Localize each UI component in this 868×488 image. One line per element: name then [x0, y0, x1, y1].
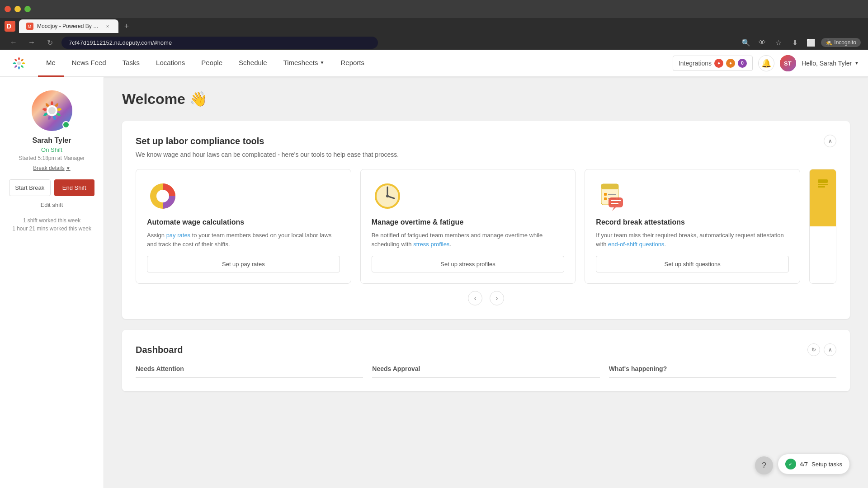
tab-favicon: M — [26, 23, 33, 30]
nav-item-locations[interactable]: Locations — [148, 50, 193, 77]
pay-rates-link[interactable]: pay rates — [166, 232, 190, 239]
address-input[interactable] — [61, 37, 378, 49]
tab-close-btn[interactable]: × — [104, 23, 111, 30]
tool-card-partial — [809, 169, 836, 284]
svg-rect-22 — [604, 197, 607, 200]
svg-rect-28 — [818, 184, 828, 185]
star-icon[interactable]: ☆ — [772, 36, 785, 49]
sidebar: Sarah Tyler On Shift Started 5:18pm at M… — [0, 77, 104, 488]
tab-bar: D M Moodjoy - Powered By Deputy × + — [0, 18, 868, 34]
tool-title-overtime: Manage overtime & fatigue — [372, 218, 565, 226]
dashboard-col-attention: Needs Attention — [136, 365, 363, 378]
tool-card-breaks: Record break attestations If your team m… — [585, 169, 800, 284]
svg-text:ST: ST — [784, 60, 792, 67]
setup-tasks-float[interactable]: ✓ 4/7 Setup tasks — [778, 454, 850, 474]
svg-point-6 — [17, 61, 21, 65]
stat-hours: 1 hour 21 mins worked this week — [9, 225, 94, 232]
end-shift-btn[interactable]: End Shift — [54, 179, 95, 196]
svg-rect-29 — [818, 186, 825, 188]
user-greeting[interactable]: Hello, Sarah Tyler ▼ — [802, 60, 859, 67]
extension-icon[interactable]: ⬜ — [805, 36, 817, 49]
notification-bell-btn[interactable]: 🔔 — [758, 55, 774, 71]
incognito-label: Incognito — [834, 39, 856, 46]
nav-item-timesheets[interactable]: Timesheets ▼ — [275, 50, 333, 77]
nav-item-people[interactable]: People — [193, 50, 231, 77]
tool-title-wage: Automate wage calculations — [147, 218, 340, 226]
dashboard-collapse-btn[interactable]: ∧ — [824, 343, 836, 356]
user-avatar[interactable]: ST — [780, 55, 796, 71]
active-tab[interactable]: M Moodjoy - Powered By Deputy × — [19, 19, 118, 33]
carousel-next-btn[interactable]: › — [490, 291, 504, 305]
tab-title: Moodjoy - Powered By Deputy — [37, 23, 100, 29]
browser-back-btn[interactable]: ← — [7, 36, 20, 49]
search-icon[interactable]: 🔍 — [740, 36, 752, 49]
dashboard-col-happening-title: What's happening? — [609, 365, 836, 378]
tool-title-breaks: Record break attestations — [596, 218, 789, 226]
setup-shift-questions-btn[interactable]: Set up shift questions — [596, 256, 789, 272]
tool-card-overtime: Manage overtime & fatigue Be notified of… — [360, 169, 576, 284]
setup-label: Setup tasks — [811, 461, 842, 468]
wage-icon — [147, 180, 179, 212]
online-indicator — [62, 121, 70, 128]
svg-text:D: D — [7, 23, 11, 30]
minimize-window-btn[interactable]: − — [14, 6, 21, 12]
carousel-prev-btn[interactable]: ‹ — [468, 291, 482, 305]
overtime-icon — [372, 180, 403, 212]
wave-emoji: 👋 — [189, 91, 208, 107]
stress-profiles-link[interactable]: stress profiles — [413, 241, 449, 248]
avatar-container — [32, 90, 72, 131]
carousel-controls: ‹ › — [136, 291, 836, 305]
maximize-window-btn[interactable]: + — [24, 6, 31, 12]
section-header: Set up labor compliance tools ∧ — [136, 135, 836, 147]
start-break-btn[interactable]: Start Break — [9, 179, 51, 196]
svg-rect-20 — [604, 193, 607, 196]
integration-dot-1: ● — [714, 59, 723, 68]
browser-actions: 🔍 👁 ☆ ⬇ ⬜ 🕵 Incognito — [740, 36, 861, 49]
window-controls: × − + — [5, 6, 31, 12]
nav-item-me[interactable]: Me — [38, 50, 64, 77]
svg-rect-24 — [609, 197, 623, 207]
nav-item-news-feed[interactable]: News Feed — [64, 50, 114, 77]
nav-items: Me News Feed Tasks Locations People Sche… — [38, 50, 373, 76]
close-window-btn[interactable]: × — [5, 6, 11, 12]
integrations-btn[interactable]: Integrations ● ● 0 — [673, 56, 753, 71]
compliance-section-card: Set up labor compliance tools ∧ We know … — [122, 121, 850, 319]
shift-questions-link[interactable]: end-of-shift questions — [608, 241, 664, 248]
svg-rect-19 — [601, 184, 618, 189]
browser-refresh-btn[interactable]: ↻ — [43, 36, 56, 49]
nav-item-schedule[interactable]: Schedule — [231, 50, 275, 77]
setup-pay-rates-btn[interactable]: Set up pay rates — [147, 256, 340, 272]
dashboard-header: Dashboard ↻ ∧ — [136, 343, 836, 356]
break-details-dropdown-icon: ▼ — [66, 166, 71, 171]
tool-card-wage: Automate wage calculations Assign pay ra… — [136, 169, 351, 284]
main-layout: Sarah Tyler On Shift Started 5:18pm at M… — [0, 77, 868, 488]
dashboard-section: Dashboard ↻ ∧ Needs Attention Needs Appr… — [122, 330, 850, 391]
integrations-label: Integrations — [679, 60, 712, 67]
help-float-btn[interactable]: ? — [755, 456, 773, 474]
eye-slash-icon[interactable]: 👁 — [756, 36, 769, 49]
tool-desc-overtime: Be notified of fatigued team members and… — [372, 231, 565, 249]
svg-point-17 — [386, 195, 389, 197]
download-icon[interactable]: ⬇ — [788, 36, 801, 49]
break-details-link[interactable]: Break details ▼ — [33, 165, 70, 171]
compliance-section-desc: We know wage and hour laws can be compli… — [136, 151, 836, 158]
browser-forward-btn[interactable]: → — [25, 36, 38, 49]
svg-point-10 — [48, 107, 56, 114]
new-tab-btn[interactable]: + — [120, 20, 133, 33]
dashboard-refresh-btn[interactable]: ↻ — [807, 343, 820, 356]
setup-count: 4/7 — [800, 461, 808, 468]
app-logo[interactable] — [9, 53, 29, 73]
browser-tab-icon: D — [5, 21, 15, 32]
sidebar-stats: 1 shift worked this week 1 hour 21 mins … — [9, 217, 94, 234]
tools-grid: Automate wage calculations Assign pay ra… — [136, 169, 836, 284]
nav-item-tasks[interactable]: Tasks — [114, 50, 148, 77]
setup-stress-profiles-btn[interactable]: Set up stress profiles — [372, 256, 565, 272]
sidebar-status: On Shift — [41, 146, 62, 153]
greeting-dropdown-icon: ▼ — [854, 61, 859, 66]
dashboard-title: Dashboard — [136, 345, 183, 355]
incognito-icon: 🕵 — [826, 39, 832, 46]
edit-shift-link[interactable]: Edit shift — [41, 202, 63, 208]
svg-text:M: M — [28, 24, 31, 29]
nav-item-reports[interactable]: Reports — [332, 50, 373, 77]
compliance-collapse-btn[interactable]: ∧ — [824, 135, 836, 147]
